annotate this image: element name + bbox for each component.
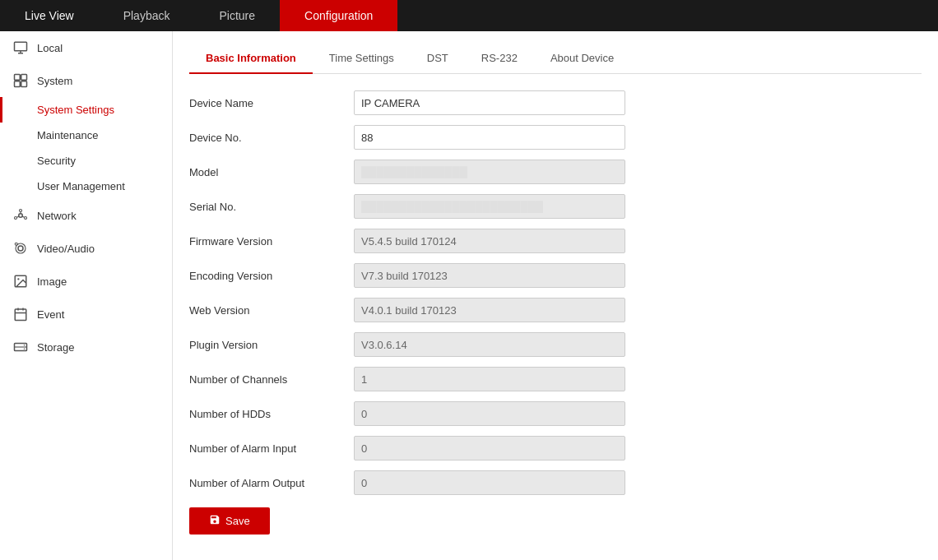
top-nav: Live View Playback Picture Configuration bbox=[0, 0, 938, 31]
input-plugin bbox=[354, 332, 625, 357]
network-icon bbox=[12, 207, 29, 224]
storage-icon bbox=[12, 339, 29, 355]
field-device-no: Device No. bbox=[189, 125, 922, 150]
save-label: Save bbox=[225, 515, 250, 527]
field-alarm-input: Number of Alarm Input bbox=[189, 436, 922, 460]
svg-rect-19 bbox=[15, 309, 26, 321]
tab-dst[interactable]: DST bbox=[411, 44, 465, 74]
svg-rect-5 bbox=[15, 81, 21, 87]
label-device-name: Device Name bbox=[189, 97, 354, 109]
nav-configuration[interactable]: Configuration bbox=[280, 0, 397, 31]
svg-point-10 bbox=[15, 217, 17, 220]
svg-rect-4 bbox=[21, 75, 27, 81]
svg-line-13 bbox=[17, 216, 20, 217]
input-alarm-output bbox=[354, 470, 625, 495]
input-alarm-input bbox=[354, 436, 625, 460]
sidebar-sub-system-settings[interactable]: System Settings bbox=[0, 97, 172, 123]
label-serial-no: Serial No. bbox=[189, 201, 354, 213]
sidebar-item-video-audio[interactable]: Video/Audio bbox=[0, 232, 172, 265]
label-alarm-output: Number of Alarm Output bbox=[189, 477, 354, 489]
svg-point-14 bbox=[18, 246, 23, 251]
nav-live-view[interactable]: Live View bbox=[0, 0, 99, 31]
field-device-name: Device Name bbox=[189, 90, 922, 115]
sidebar-item-network[interactable]: Network bbox=[0, 199, 172, 232]
input-hdds bbox=[354, 401, 625, 426]
sidebar-label-video-audio: Video/Audio bbox=[37, 243, 95, 255]
sidebar-label-storage: Storage bbox=[37, 341, 75, 354]
main-content: Basic Information Time Settings DST RS-2… bbox=[173, 31, 938, 560]
sidebar-item-event[interactable]: Event bbox=[0, 298, 172, 331]
tab-about-device[interactable]: About Device bbox=[534, 44, 630, 74]
svg-point-16 bbox=[15, 243, 17, 245]
video-icon bbox=[12, 240, 29, 257]
svg-point-7 bbox=[19, 214, 23, 218]
input-channels bbox=[354, 367, 625, 391]
sidebar-sub-user-management[interactable]: User Management bbox=[0, 174, 172, 199]
svg-point-9 bbox=[25, 217, 27, 220]
tabs-bar: Basic Information Time Settings DST RS-2… bbox=[189, 44, 922, 74]
basic-info-form: Device Name Device No. Model Serial No. … bbox=[189, 90, 922, 535]
label-web: Web Version bbox=[189, 304, 354, 317]
svg-point-8 bbox=[20, 210, 22, 212]
sidebar-label-network: Network bbox=[37, 210, 77, 222]
event-icon bbox=[12, 306, 29, 322]
svg-line-12 bbox=[22, 216, 25, 217]
svg-point-26 bbox=[24, 349, 26, 350]
svg-rect-0 bbox=[15, 42, 27, 51]
sidebar-item-system[interactable]: System bbox=[0, 64, 172, 97]
field-serial-no: Serial No. bbox=[189, 194, 922, 219]
field-web: Web Version bbox=[189, 298, 922, 322]
svg-rect-3 bbox=[15, 75, 21, 81]
sidebar-label-local: Local bbox=[37, 42, 63, 54]
tab-rs232[interactable]: RS-232 bbox=[465, 44, 534, 74]
main-layout: Local System System Settings Maintenance… bbox=[0, 31, 938, 560]
label-firmware: Firmware Version bbox=[189, 235, 354, 248]
input-encoding bbox=[354, 263, 625, 288]
field-channels: Number of Channels bbox=[189, 367, 922, 391]
tab-basic-info[interactable]: Basic Information bbox=[189, 44, 313, 74]
svg-point-18 bbox=[17, 278, 19, 280]
label-device-no: Device No. bbox=[189, 132, 354, 144]
input-device-no[interactable] bbox=[354, 125, 625, 150]
sidebar-item-storage[interactable]: Storage bbox=[0, 331, 172, 363]
nav-playback[interactable]: Playback bbox=[99, 0, 195, 31]
monitor-icon bbox=[12, 39, 29, 56]
nav-picture[interactable]: Picture bbox=[194, 0, 280, 31]
sidebar-item-local[interactable]: Local bbox=[0, 31, 172, 64]
input-web bbox=[354, 298, 625, 322]
tab-time-settings[interactable]: Time Settings bbox=[313, 44, 411, 74]
label-alarm-input: Number of Alarm Input bbox=[189, 442, 354, 455]
label-channels: Number of Channels bbox=[189, 373, 354, 386]
label-model: Model bbox=[189, 166, 354, 178]
sidebar: Local System System Settings Maintenance… bbox=[0, 31, 173, 560]
field-alarm-output: Number of Alarm Output bbox=[189, 470, 922, 495]
field-hdds: Number of HDDs bbox=[189, 401, 922, 426]
label-hdds: Number of HDDs bbox=[189, 408, 354, 420]
label-encoding: Encoding Version bbox=[189, 270, 354, 282]
save-icon bbox=[209, 514, 221, 528]
sidebar-label-system: System bbox=[37, 75, 72, 87]
image-icon bbox=[12, 273, 29, 289]
sidebar-label-event: Event bbox=[37, 308, 64, 321]
save-button[interactable]: Save bbox=[189, 507, 270, 535]
field-encoding: Encoding Version bbox=[189, 263, 922, 288]
sidebar-sub-security[interactable]: Security bbox=[0, 148, 172, 174]
input-model bbox=[354, 160, 625, 184]
input-serial-no bbox=[354, 194, 625, 219]
label-plugin: Plugin Version bbox=[189, 339, 354, 351]
system-icon bbox=[12, 72, 29, 89]
sidebar-label-image: Image bbox=[37, 275, 67, 288]
input-device-name[interactable] bbox=[354, 90, 625, 115]
sidebar-item-image[interactable]: Image bbox=[0, 265, 172, 298]
field-model: Model bbox=[189, 160, 922, 184]
field-plugin: Plugin Version bbox=[189, 332, 922, 357]
svg-point-25 bbox=[24, 345, 26, 346]
field-firmware: Firmware Version bbox=[189, 229, 922, 253]
svg-rect-6 bbox=[21, 81, 27, 87]
input-firmware bbox=[354, 229, 625, 253]
sidebar-sub-maintenance[interactable]: Maintenance bbox=[0, 123, 172, 148]
